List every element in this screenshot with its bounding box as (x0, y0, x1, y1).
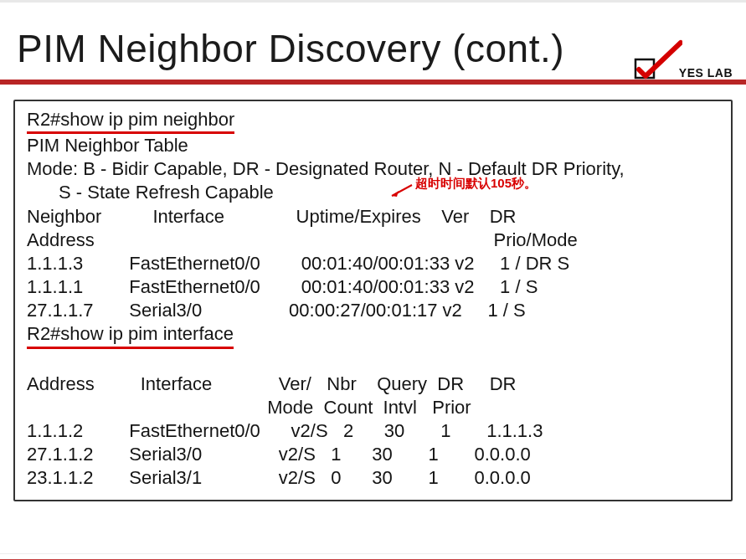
title-area: PIM Neighbor Discovery (cont.) YES LAB (0, 3, 746, 85)
iface-vermode: v2/S (279, 444, 316, 465)
iface-nbr: 0 (331, 467, 341, 488)
hdr-nbr: Nbr (327, 373, 356, 394)
checkmark-icon (632, 38, 682, 81)
neighbor-header-2: Address Prio/Mode (27, 229, 719, 252)
iface-dr: 1.1.1.3 (486, 420, 543, 441)
hdr-ver: Ver (441, 206, 469, 227)
neighbor-ver: v2 (455, 253, 474, 274)
yeslab-logo: YES LAB (632, 38, 733, 81)
hdr-intvl: Intvl (383, 397, 417, 418)
neighbor-upexp: 00:01:40/00:01:33 (301, 253, 450, 274)
iface-name: Serial3/1 (129, 467, 202, 488)
iface-addr: 27.1.1.2 (27, 444, 94, 465)
hdr-count: Count (324, 397, 373, 418)
iface-name: FastEthernet0/0 (129, 420, 260, 441)
mode-legend-1: Mode: B - Bidir Capable, DR - Designated… (27, 157, 719, 181)
neighbor-header-1: Neighbor Interface Uptime/Expires Ver DR (27, 205, 719, 229)
hdr-ver: Ver/ (279, 373, 311, 394)
terminal-output-box: R2#show ip pim neighbor PIM Neighbor Tab… (13, 100, 733, 501)
neighbor-iface: FastEthernet0/0 (129, 253, 260, 274)
command-line-2: R2#show ip pim interface (27, 322, 719, 348)
annotation-text: 超时时间默认105秒。 (415, 175, 537, 191)
command-2: R2#show ip pim interface (27, 322, 234, 348)
iface-header-2: Mode Count Intvl Prior (27, 396, 719, 419)
hdr-address: Address (27, 229, 95, 250)
neighbor-addr: 1.1.1.1 (27, 276, 83, 297)
hdr-mode: Mode (267, 397, 313, 418)
command-1: R2#show ip pim neighbor (27, 108, 234, 134)
iface-nbr: 2 (343, 420, 353, 441)
iface-row: 23.1.1.2 Serial3/1 v2/S 0 30 1 0.0.0.0 (27, 466, 719, 490)
hdr-prior: Prior (432, 397, 471, 418)
neighbor-addr: 27.1.1.7 (27, 300, 94, 321)
logo-text: YES LAB (679, 66, 733, 80)
iface-addr: 1.1.1.2 (27, 420, 83, 441)
neighbor-row: 1.1.1.1 FastEthernet0/0 00:01:40/00:01:3… (27, 275, 719, 299)
iface-vermode: v2/S (291, 420, 328, 441)
iface-addr: 23.1.1.2 (27, 467, 94, 488)
iface-header-1: Address Interface Ver/ Nbr Query DR DR (27, 372, 719, 396)
iface-nbr: 1 (331, 444, 341, 465)
slide: PIM Neighbor Discovery (cont.) YES LAB R… (0, 0, 746, 560)
iface-drprior: 1 (428, 444, 438, 465)
neighbor-upexp: 00:01:40/00:01:33 (301, 276, 450, 297)
neighbor-upexp: 00:00:27/00:01:17 (289, 300, 437, 321)
iface-row: 1.1.1.2 FastEthernet0/0 v2/S 2 30 1 1.1.… (27, 419, 719, 443)
hdr-uptime-expires: Uptime/Expires (296, 206, 421, 227)
hdr-prio-mode: Prio/Mode (493, 229, 577, 250)
neighbor-row: 27.1.1.7 Serial3/0 00:00:27/00:01:17 v2 … (27, 299, 719, 322)
iface-row: 27.1.1.2 Serial3/0 v2/S 1 30 1 0.0.0.0 (27, 443, 719, 466)
iface-drprior: 1 (428, 467, 438, 488)
neighbor-iface: FastEthernet0/0 (129, 276, 260, 297)
hdr-query: Query (377, 373, 427, 394)
hdr-dr2: DR (490, 373, 517, 394)
neighbor-drpm: 1 / S (487, 300, 525, 321)
iface-dr: 0.0.0.0 (474, 444, 530, 465)
blank-line (27, 349, 719, 372)
svg-marker-2 (392, 191, 399, 197)
mode-legend-2: S - State Refresh Capable (27, 181, 719, 204)
annotation-arrow-icon (388, 183, 414, 198)
iface-qintvl: 30 (372, 467, 392, 488)
hdr-dr: DR (490, 206, 517, 227)
neighbor-addr: 1.1.1.3 (27, 253, 83, 274)
hdr-interface: Interface (152, 206, 224, 227)
neighbor-drpm: 1 / S (500, 276, 538, 297)
hdr-interface: Interface (141, 373, 213, 394)
neighbor-row: 1.1.1.3 FastEthernet0/0 00:01:40/00:01:3… (27, 252, 719, 275)
hdr-address: Address (27, 373, 95, 394)
neighbor-ver: v2 (455, 276, 474, 297)
hdr-dr1: DR (437, 373, 464, 394)
iface-dr: 0.0.0.0 (474, 467, 530, 488)
command-line-1: R2#show ip pim neighbor (27, 108, 719, 134)
iface-name: Serial3/0 (129, 444, 202, 465)
iface-qintvl: 30 (384, 420, 404, 441)
iface-vermode: v2/S (279, 467, 316, 488)
iface-drprior: 1 (440, 420, 450, 441)
neighbor-iface: Serial3/0 (129, 300, 202, 321)
neighbor-table-title: PIM Neighbor Table (27, 134, 719, 157)
page-title: PIM Neighbor Discovery (cont.) (17, 26, 729, 71)
neighbor-drpm: 1 / DR S (500, 253, 569, 274)
hdr-neighbor: Neighbor (27, 206, 101, 227)
iface-qintvl: 30 (372, 444, 392, 465)
neighbor-ver: v2 (443, 300, 462, 321)
